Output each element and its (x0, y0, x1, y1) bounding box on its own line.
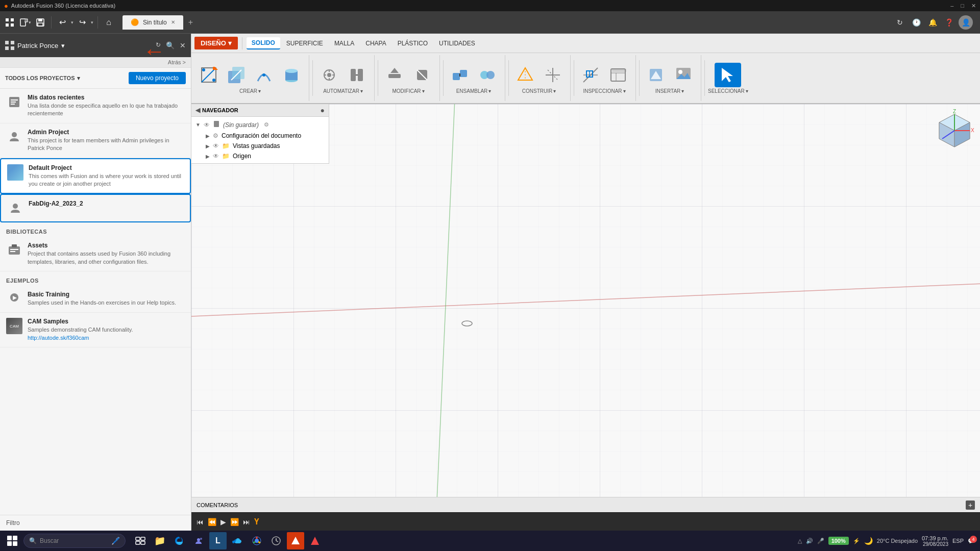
navigator-collapse-btn[interactable]: ◀ (195, 107, 200, 114)
taskbar-app-letter-l[interactable]: L (209, 532, 227, 549)
project-name: FabDig-A2_2023_2 (29, 200, 184, 207)
list-item[interactable]: Basic Training Samples used in the Hands… (0, 286, 191, 313)
header-refresh-btn[interactable]: ↻ (156, 41, 161, 49)
user-name[interactable]: Patrick Ponce (17, 42, 58, 49)
maximize-btn[interactable]: □ (961, 3, 964, 9)
automate-tool2[interactable] (344, 63, 370, 87)
header-close-btn[interactable]: ✕ (180, 41, 186, 49)
projects-dropdown-icon[interactable]: ▾ (77, 75, 80, 82)
construir-tool2[interactable] (540, 63, 566, 87)
file-menu-btn[interactable]: ▾ (18, 16, 32, 29)
cam-link[interactable]: http://autode.sk/f360cam (28, 335, 89, 341)
modificar-tool2[interactable] (409, 63, 435, 87)
automate-tool1[interactable] (316, 63, 342, 87)
tab-close-btn[interactable]: ✕ (171, 19, 175, 25)
project-desc: Project that contains assets used by Fus… (28, 250, 185, 266)
project-desc: This project is for team members with Ad… (28, 137, 185, 153)
cylinder-tool[interactable] (278, 63, 305, 87)
list-item[interactable]: Default Project This comes with Fusion a… (0, 158, 191, 194)
taskbar-network-icon[interactable]: △ (798, 538, 802, 544)
construir-tool1[interactable] (512, 63, 538, 87)
svg-marker-45 (390, 68, 399, 73)
taskbar-sound-icon[interactable]: 🔊 (806, 538, 813, 544)
taskbar-edge[interactable] (170, 532, 188, 549)
nav-root-label: (Sin guardar) (223, 121, 259, 129)
tab-malla[interactable]: MALLA (329, 37, 359, 49)
filter-icon[interactable]: Y (254, 517, 259, 527)
nav-doc-settings[interactable]: ▶ ⚙ Configuración del documento (202, 131, 329, 141)
nav-origin[interactable]: ▶ 👁 📁 Origen (202, 151, 329, 161)
tab-solid[interactable]: SOLIDO (247, 37, 280, 49)
minimize-btn[interactable]: – (950, 3, 953, 9)
close-btn[interactable]: ✕ (971, 3, 976, 9)
tab-utilidades[interactable]: UTILIDADES (434, 37, 480, 49)
taskbar-language[interactable]: ESP (952, 538, 964, 544)
insertar-tool1[interactable] (643, 63, 669, 87)
playback-last-btn[interactable]: ⏭ (243, 518, 250, 526)
modificar-tool1[interactable] (381, 63, 408, 87)
nav-visibility-icon3[interactable]: 👁 (213, 153, 219, 160)
document-tab[interactable]: 🟠 Sin título ✕ (122, 15, 183, 30)
tab-superficie[interactable]: SUPERFICIE (281, 37, 328, 49)
playback-play-btn[interactable]: ▶ (220, 518, 226, 526)
taskbar-explorer[interactable]: 📁 (151, 532, 168, 549)
list-item[interactable]: CAM CAM Samples Samples demonstrating CA… (0, 313, 191, 347)
nav-saved-views[interactable]: ▶ 👁 📁 Vistas guardadas (202, 141, 329, 151)
seleccionar-tool[interactable] (715, 63, 741, 87)
tab-chapa[interactable]: CHAPA (360, 37, 391, 49)
clock-icon-btn[interactable]: 🕐 (910, 16, 923, 29)
ensamblar-tool2[interactable] (474, 63, 501, 87)
help-icon-btn[interactable]: ❓ (942, 16, 955, 29)
taskbar-datetime[interactable]: 07:39 p.m. 29/08/2023 (922, 535, 948, 547)
refresh-icon-btn[interactable]: ↻ (893, 16, 906, 29)
grid-menu-btn[interactable] (3, 16, 16, 29)
create-sketch-tool[interactable] (195, 63, 222, 87)
playback-first-btn[interactable]: ⏮ (197, 518, 204, 526)
list-item[interactable]: Admin Project This project is for team m… (0, 123, 191, 158)
taskbar-search-box[interactable]: 🔍 Buscar 🖊️ (23, 534, 126, 548)
list-item[interactable]: FabDig-A2_2023_2 (0, 194, 191, 222)
account-icon-btn[interactable]: 👤 (959, 15, 973, 30)
user-dropdown-icon[interactable]: ▾ (61, 42, 65, 49)
back-label[interactable]: Atrás > (168, 59, 186, 65)
nav-root-item[interactable]: ▼ 👁 (Sin guardar) ⚙ (191, 119, 329, 131)
playback-next-btn[interactable]: ⏩ (230, 518, 239, 526)
taskbar-teams[interactable] (190, 532, 207, 549)
viewport[interactable]: ◀ NAVEGADOR ● ▼ 👁 (Sin guard (191, 104, 980, 531)
3d-cube-gizmo[interactable]: X Z (934, 109, 975, 150)
taskbar-task-view[interactable] (132, 532, 149, 549)
nav-visibility-icon2[interactable]: 👁 (213, 142, 219, 149)
insertar-tool2[interactable] (670, 63, 697, 87)
taskbar-mic-icon[interactable]: 🎤 (817, 538, 824, 544)
save-btn[interactable] (34, 16, 47, 29)
taskbar-chrome[interactable] (248, 532, 265, 549)
taskbar-app-orange[interactable] (287, 532, 304, 549)
arc-tool[interactable] (251, 63, 277, 87)
tab-plastico[interactable]: PLÁSTICO (393, 37, 433, 49)
taskbar-notifications-btn[interactable]: 💬 4 (968, 538, 975, 544)
nav-saved-views-label: Vistas guardadas (233, 142, 280, 149)
taskbar-clock[interactable] (267, 532, 285, 549)
taskbar-search-paint-icon: 🖊️ (111, 537, 120, 545)
start-button[interactable] (3, 532, 21, 550)
taskbar-onedrive[interactable] (229, 532, 246, 549)
new-project-btn[interactable]: Nuevo proyecto (129, 72, 186, 84)
playback-prev-btn[interactable]: ⏪ (208, 518, 216, 526)
taskbar-autodesk[interactable] (306, 532, 324, 549)
redo-btn[interactable]: ↪ (76, 16, 89, 29)
bell-icon-btn[interactable]: 🔔 (926, 16, 939, 29)
ensamblar-tool1[interactable] (447, 63, 473, 87)
inspeccionar-tool2[interactable] (605, 63, 631, 87)
undo-btn[interactable]: ↩ (56, 16, 69, 29)
list-item[interactable]: Assets Project that contains assets used… (0, 237, 191, 271)
3d-sketch-tool[interactable] (223, 63, 250, 87)
add-tab-btn[interactable]: + (186, 16, 195, 29)
navigator-settings-btn[interactable]: ● (321, 106, 325, 114)
header-search-btn[interactable]: 🔍 (166, 41, 175, 49)
home-btn[interactable]: ⌂ (102, 16, 115, 29)
design-btn[interactable]: DISEÑO ▾ (194, 37, 238, 49)
inspeccionar-tool1[interactable] (577, 63, 604, 87)
nav-visibility-icon[interactable]: 👁 (204, 121, 210, 129)
list-item[interactable]: Mis datos recientes Una lista donde se e… (0, 89, 191, 123)
comments-add-btn[interactable]: + (966, 500, 975, 510)
